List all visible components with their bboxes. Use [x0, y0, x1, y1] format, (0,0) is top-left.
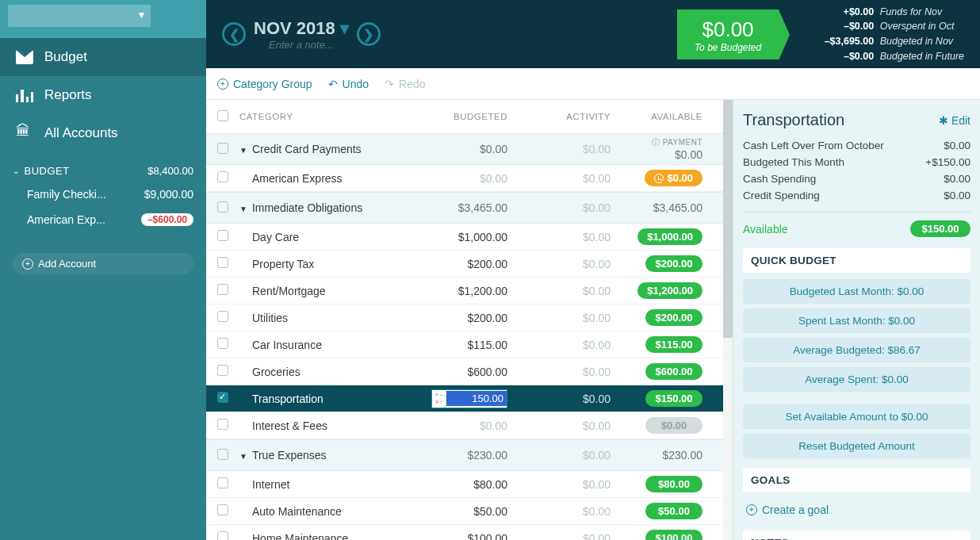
category-row[interactable]: Transportation +−×÷150.00 $0.00 $150.00 — [206, 385, 733, 412]
category-row[interactable]: Groceries $600.00 $0.00 $600.00 — [206, 358, 733, 385]
activity-cell: $0.00 — [515, 312, 618, 324]
sidebar-budget-head[interactable]: ⌄BUDGET $8,400.00 — [13, 160, 193, 182]
month-title[interactable]: NOV 2018 ▾ — [254, 18, 349, 39]
activity-cell: $0.00 — [515, 419, 618, 432]
group-activity: $0.00 — [515, 143, 618, 155]
row-checkbox[interactable] — [217, 257, 228, 268]
budgeted-cell[interactable]: $115.00 — [412, 339, 515, 351]
category-row[interactable]: Property Tax $200.00 $0.00 $200.00 — [206, 251, 733, 278]
available-pill[interactable]: $600.00 — [645, 363, 702, 380]
budgeted-cell[interactable]: $50.00 — [412, 505, 515, 518]
month-note-input[interactable]: Enter a note... — [254, 39, 349, 51]
activity-cell: $0.00 — [515, 366, 618, 378]
available-pill[interactable]: $1,200.00 — [637, 282, 702, 299]
budget-dropdown[interactable] — [8, 5, 151, 27]
budgeted-cell[interactable]: $200.00 — [412, 312, 515, 324]
scrollbar-thumb[interactable] — [723, 100, 733, 338]
table-header: CATEGORY BUDGETED ACTIVITY AVAILABLE — [206, 100, 733, 133]
available-cell: $50.00 — [618, 503, 722, 519]
budgeted-cell[interactable]: $1,000.00 — [412, 231, 515, 243]
tbb-amount: $0.00 — [695, 17, 761, 42]
budgeted-cell[interactable]: $1,200.00 — [412, 285, 515, 297]
available-pill[interactable]: $150.00 — [645, 390, 702, 407]
row-checkbox[interactable] — [217, 284, 228, 295]
create-goal-button[interactable]: +Create a goal — [743, 499, 832, 521]
undo-button[interactable]: ↶Undo — [328, 78, 369, 90]
budgeted-cell[interactable]: $0.00 — [412, 419, 515, 432]
group-checkbox[interactable] — [217, 143, 228, 154]
row-checkbox[interactable] — [217, 365, 228, 376]
group-checkbox[interactable] — [217, 201, 228, 213]
budgeted-cell[interactable]: $100.00 — [412, 532, 515, 541]
row-checkbox[interactable] — [217, 419, 228, 430]
redo-button[interactable]: ↷Redo — [385, 78, 425, 90]
category-group-row[interactable]: ▼True Expenses $230.00 $0.00 $230.00 — [206, 439, 733, 471]
nav-accounts[interactable]: All Accounts — [0, 114, 206, 152]
row-checkbox[interactable] — [217, 338, 228, 349]
calculator-icon[interactable]: +−×÷ — [432, 390, 446, 408]
next-month-button[interactable]: ❯ — [357, 22, 381, 46]
row-checkbox[interactable] — [217, 171, 228, 182]
available-pill[interactable]: $115.00 — [645, 336, 702, 353]
row-checkbox[interactable] — [217, 531, 228, 540]
goals-header: GOALS — [743, 468, 970, 492]
available-pill[interactable]: $1,000.00 — [637, 228, 702, 245]
row-checkbox[interactable] — [217, 477, 228, 488]
category-row[interactable]: Home Maintenance $100.00 $0.00 $100.00 — [206, 525, 733, 540]
available-cell: $80.00 — [618, 476, 722, 492]
category-row[interactable]: American Express $0.00 $0.00 $0.00 — [206, 165, 733, 192]
category-group-row[interactable]: ▼Immediate Obligations $3,465.00 $0.00 $… — [206, 192, 733, 224]
quick-budget-button[interactable]: Average Spent: $0.00 — [743, 367, 970, 392]
available-cell: $1,000.00 — [618, 228, 722, 245]
budgeted-cell[interactable]: $80.00 — [412, 478, 515, 491]
available-pill[interactable]: $50.00 — [645, 503, 702, 519]
nav-reports[interactable]: Reports — [0, 76, 206, 114]
group-available: $3,465.00 — [618, 201, 722, 214]
add-account-button[interactable]: + Add Account — [13, 253, 193, 274]
quick-budget-button[interactable]: Average Budgeted: $86.67 — [743, 338, 970, 362]
sidebar: Budget Reports All Accounts ⌄BUDGET $8,4… — [0, 0, 206, 540]
sidebar-account-row[interactable]: Family Checki...$9,000.00 — [13, 182, 193, 207]
col-available: AVAILABLE — [618, 112, 722, 121]
row-checkbox[interactable] — [217, 230, 228, 241]
select-all-checkbox[interactable] — [217, 110, 228, 121]
category-name: Groceries — [239, 366, 412, 378]
add-category-group-button[interactable]: +Category Group — [217, 78, 312, 90]
prev-month-button[interactable]: ❮ — [222, 22, 246, 46]
available-pill[interactable]: $0.00 — [645, 170, 702, 186]
budgeted-cell[interactable]: $200.00 — [412, 258, 515, 270]
category-group-row[interactable]: ▼Credit Card Payments $0.00 $0.00 ⓘ PAYM… — [206, 133, 733, 165]
row-checkbox[interactable] — [217, 311, 228, 322]
budgeted-input[interactable]: 150.00 — [446, 391, 507, 406]
group-budgeted: $3,465.00 — [412, 201, 515, 214]
row-checkbox[interactable] — [217, 504, 228, 515]
category-row[interactable]: Rent/Mortgage $1,200.00 $0.00 $1,200.00 — [206, 278, 733, 304]
quick-budget-button[interactable]: Spent Last Month: $0.00 — [743, 308, 970, 333]
available-pill[interactable]: $80.00 — [645, 476, 702, 492]
inspector-edit-button[interactable]: ✱Edit — [939, 114, 970, 127]
available-pill[interactable]: $100.00 — [645, 530, 702, 540]
available-pill[interactable]: $200.00 — [645, 309, 702, 326]
category-row[interactable]: Car Insurance $115.00 $0.00 $115.00 — [206, 331, 733, 358]
category-row[interactable]: Auto Maintenance $50.00 $0.00 $50.00 — [206, 498, 733, 525]
account-name: American Exp... — [27, 213, 105, 226]
budgeted-cell[interactable]: $0.00 — [412, 172, 515, 185]
row-checkbox[interactable] — [217, 392, 228, 403]
available-pill[interactable]: $200.00 — [645, 255, 702, 272]
budgeted-cell[interactable]: $600.00 — [412, 366, 515, 378]
group-checkbox[interactable] — [217, 449, 228, 460]
undo-icon: ↶ — [328, 78, 338, 90]
sidebar-account-row[interactable]: American Exp...–$600.00 — [13, 207, 193, 232]
category-row[interactable]: Interest & Fees $0.00 $0.00 $0.00 — [206, 412, 733, 439]
triangle-down-icon: ▼ — [239, 146, 247, 155]
quick-budget-button[interactable]: Budgeted Last Month: $0.00 — [743, 279, 970, 304]
nav-budget[interactable]: Budget — [0, 38, 206, 76]
budgeted-cell[interactable]: +−×÷150.00 — [412, 389, 515, 408]
category-row[interactable]: Utilities $200.00 $0.00 $200.00 — [206, 304, 733, 331]
stat-label: Cash Spending — [743, 173, 816, 185]
available-pill[interactable]: $0.00 — [645, 417, 702, 434]
category-row[interactable]: Day Care $1,000.00 $0.00 $1,000.00 — [206, 224, 733, 251]
category-row[interactable]: Internet $80.00 $0.00 $80.00 — [206, 471, 733, 498]
inspector-action-button[interactable]: Set Available Amount to $0.00 — [743, 404, 970, 429]
inspector-action-button[interactable]: Reset Budgeted Amount — [743, 434, 970, 458]
